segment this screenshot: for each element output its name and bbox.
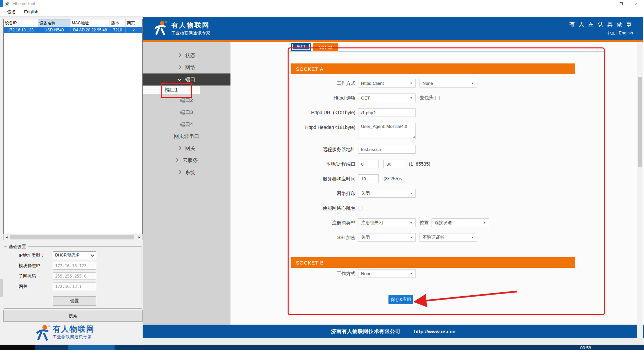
header-motto: 有 人 在 认 真 做 事 [569,21,633,28]
device-cell-3: 7210 [110,27,126,33]
windows-taskbar[interactable]: 00:58 [0,345,644,350]
form-label: 工作方式 [291,269,355,278]
chevron-right-icon [177,53,181,57]
tab-Socket[interactable]: Socket [313,43,338,51]
hscroll-track[interactable] [9,234,137,240]
form-row: 网络打印关闭▼ [291,189,625,198]
web-header: ® 有人物联网 工业物联网通讯专家 有 人 在 认 真 做 事 中文 | Eng… [143,17,643,40]
strip-header-checkbox[interactable] [435,96,440,100]
sidebar-item-网关[interactable]: 网关 [143,142,230,154]
socket-a-form: 工作方式Httpd Client▼None▼Httpd 选项GET▼去包头Htt… [291,79,625,248]
panel-collapse-handle[interactable] [0,279,3,297]
sidebar-item-label: 端口1 [165,87,178,93]
sidebar-item-网页转串口[interactable]: 网页转串口 [143,130,230,142]
remote-port-input[interactable] [383,160,404,168]
lang-en-link[interactable]: English [619,30,633,35]
column-header-0[interactable]: 设备IP [4,19,38,27]
column-header-2[interactable]: MAC地址 [70,19,110,27]
column-header-3[interactable]: 版本 [110,19,126,27]
socket-a-banner: SOCKET A [291,63,575,74]
column-header-4[interactable]: 网页 [126,19,142,27]
taskbar-app-indicator[interactable] [68,345,115,350]
form-row: SSL加密关闭▼不验证证书▼ [291,233,625,242]
sidebar-item-端口[interactable]: 端口 [143,73,230,85]
scroll-right-button[interactable]: ▶ [137,234,142,240]
sidebar-item-系统[interactable]: 系统 [143,166,230,178]
form-row: Httpd 选项GET▼去包头 [291,94,625,102]
save-apply-button[interactable]: 保存&应用 [388,295,413,304]
scroll-left-button[interactable]: ◀ [4,234,9,240]
web-link-icon[interactable]: ✓ [126,27,142,33]
socket-b-banner: SOCKET B [291,257,575,268]
socketa-protocol-select[interactable]: None▼ [420,79,477,88]
form-label: 使能网络心跳包 [291,204,355,212]
set-button[interactable]: 设置 [53,296,96,306]
httpd-header-textarea[interactable] [358,123,416,139]
form-row: 使能网络心跳包 [291,204,625,212]
chevron-right-icon [175,158,178,162]
local-port-input[interactable] [358,160,379,168]
remote-server-input[interactable] [358,145,416,154]
subnet-mask-field [53,272,96,280]
form-row: 注册包类型注册包关闭▼位置连接发送▼ [291,218,625,227]
device-row[interactable]: 172.16.13.123USR-N540D4 AD 20 22 95 4872… [4,27,142,33]
net-print-select[interactable]: 关闭▼ [358,189,416,198]
lang-zh-link[interactable]: 中文 [607,30,615,35]
window-titlebar: EthernetTool × [0,0,644,7]
device-list: 设备IP设备名称MAC地址版本网页 172.16.13.123USR-N540D… [3,19,143,234]
httpd-method-select[interactable]: GET▼ [358,94,416,102]
menu-item-1[interactable]: English [20,8,42,16]
ip-type-select[interactable]: DHCP/动态IP [53,251,96,259]
sidebar-item-云服务[interactable]: 云服务 [143,154,230,166]
web-footer: 济南有人物联网技术有限公司 http://www.usr.cn [143,325,644,338]
httpd-url-input[interactable] [358,108,416,117]
regpkt-type-select[interactable]: 注册包关闭▼ [358,218,416,227]
net-print-select-value: 关闭 [361,190,410,196]
ip-type-select-label: IP地址类型： [19,252,53,258]
ssl-encrypt-select[interactable]: 关闭▼ [358,233,416,242]
hscroll-thumb[interactable] [10,235,134,239]
device-list-hscrollbar[interactable]: ◀ ▶ [3,234,143,240]
chevron-right-icon [177,65,181,69]
page-scrollbar-thumb[interactable] [638,77,642,167]
form-row: Httpd URL(<101byte) [291,108,625,117]
sidebar-item-label: 网关 [185,145,195,152]
form-label: Httpd 选项 [291,94,355,102]
sidebar-item-网络[interactable]: 网络 [143,61,230,73]
search-button[interactable]: 搜索 [3,310,143,322]
chevron-right-icon [177,146,181,150]
regpkt-position-select[interactable]: 连接发送▼ [432,218,489,227]
minimize-button[interactable] [598,0,613,7]
sidebar-item-端口1[interactable]: 端口1 [143,85,200,94]
footer-url[interactable]: http://www.usr.cn [414,329,455,334]
ip-type-select-value: DHCP/动态IP [55,252,79,258]
form-row: 工作方式None▼ [291,269,625,278]
close-button[interactable]: × [629,0,644,7]
taskbar-start-area[interactable] [0,345,35,350]
usr-figure-icon: ® [36,325,51,343]
page-bottom-strip [143,338,644,345]
dropdown-arrow-icon: ▼ [410,192,413,195]
response-time-input[interactable] [358,174,379,183]
sidebar-item-端口3[interactable]: 端口3 [143,106,230,118]
form-label: SSL加密 [291,233,355,242]
socketa-workmode-select[interactable]: Httpd Client▼ [358,79,416,88]
sidebar-item-端口2[interactable]: 端口2 [143,94,230,106]
sidebar-item-状态[interactable]: 状态 [143,49,230,61]
menu-item-0[interactable]: 设备 [3,8,20,16]
socketb-workmode-select[interactable]: None▼ [358,269,416,278]
ssl-cert-select[interactable]: 不验证证书▼ [420,233,477,242]
column-header-1[interactable]: 设备名称 [38,19,70,27]
basic-settings-title: 基础设置 [7,244,28,250]
heartbeat-checkbox[interactable] [358,206,362,210]
tab-串口[interactable]: 串口 [291,43,311,51]
dropdown-arrow-icon: ▼ [410,97,413,100]
maximize-button[interactable] [613,0,629,7]
sidebar-item-label: 端口4 [180,121,193,128]
sidebar-item-端口4[interactable]: 端口4 [143,118,230,130]
dropdown-arrow-icon: ▼ [471,82,474,85]
page-scrollbar[interactable] [637,42,643,338]
response-range-hint: (3~255)s [383,176,402,181]
chevron-right-icon [177,170,181,174]
strip-header-checkbox-group: 去包头 [420,95,440,101]
